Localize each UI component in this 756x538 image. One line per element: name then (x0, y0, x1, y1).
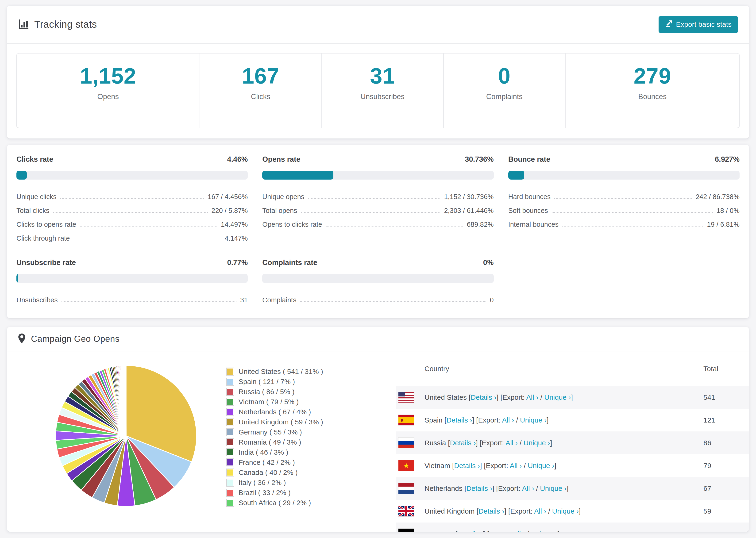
unsubscribe-rate-progressbar (17, 274, 248, 283)
export-all-link[interactable]: All › (534, 507, 546, 515)
details-link[interactable]: Details › (466, 484, 492, 492)
country-total: 55 (703, 530, 711, 532)
country-column-header: Country (424, 365, 449, 373)
flag-united-kingdom (399, 506, 414, 516)
stat-row: Total clicks220 / 5.87% (17, 204, 248, 218)
complaints-rate-panel: Complaints rate 0% Complaints0 (262, 258, 494, 307)
legend-swatch (226, 428, 234, 436)
stat-card-clicks: 167 Clicks (199, 54, 321, 128)
bounce-rate-value: 6.927% (715, 155, 739, 164)
stat-card-bounces: 279 Bounces (565, 54, 739, 128)
rates-card: Clicks rate 4.46% Unique clicks167 / 4.4… (7, 145, 749, 318)
total-column-header: Total (703, 365, 718, 373)
complaints-rate-title: Complaints rate (262, 258, 317, 267)
legend-swatch (226, 489, 234, 497)
legend-swatch (226, 499, 234, 507)
table-row: Russia [Details ›] [Export: All › / Uniq… (396, 431, 749, 454)
export-all-link[interactable]: All › (522, 484, 534, 492)
details-link[interactable]: Details › (458, 530, 483, 532)
complaints-rate-progressbar (262, 274, 494, 283)
stat-row: Internal bounces19 / 6.81% (508, 218, 739, 232)
legend-swatch (226, 378, 234, 386)
clicks-rate-progressbar (17, 171, 248, 180)
clicks-rate-panel: Clicks rate 4.46% Unique clicks167 / 4.4… (17, 155, 248, 245)
geo-pie-chart (53, 363, 199, 509)
legend-item: Italy ( 36 / 2% ) (226, 477, 323, 488)
bar-chart-icon (18, 18, 29, 30)
details-link[interactable]: Details › (446, 416, 472, 424)
country-total: 67 (703, 484, 711, 493)
rates-grid: Clicks rate 4.46% Unique clicks167 / 4.4… (7, 145, 749, 316)
legend-item: South Africa ( 29 / 2% ) (226, 498, 323, 508)
legend-item: Brazil ( 33 / 2% ) (226, 488, 323, 498)
legend-item: Romania ( 49 / 3% ) (226, 437, 323, 447)
export-button-label: Export basic stats (676, 21, 731, 28)
export-unique-link[interactable]: Unique › (544, 394, 571, 401)
clicks-label: Clicks (251, 92, 270, 101)
flag-germany (399, 529, 414, 532)
legend-swatch (226, 368, 234, 376)
details-link[interactable]: Details › (450, 439, 476, 447)
export-all-link[interactable]: All › (502, 416, 514, 424)
export-all-link[interactable]: All › (526, 394, 539, 401)
flag-vietnam: ★ (399, 460, 414, 471)
bounce-rate-progressbar (508, 171, 739, 180)
legend-item: Spain ( 121 / 7% ) (226, 377, 323, 387)
details-link[interactable]: Details › (454, 462, 480, 469)
complaints-rate-value: 0% (483, 258, 494, 267)
table-row: United States [Details ›] [Export: All ›… (396, 386, 749, 409)
tracking-stats-header: Tracking stats Export basic stats (7, 6, 749, 44)
export-unique-link[interactable]: Unique › (528, 462, 554, 469)
complaints-label: Complaints (486, 92, 523, 101)
stat-row: Soft bounces18 / 0% (508, 204, 739, 218)
bounces-count: 279 (634, 63, 671, 89)
table-row: ★ Vietnam [Details ›] [Export: All › / U… (396, 454, 749, 477)
details-link[interactable]: Details › (478, 507, 504, 515)
details-link[interactable]: Details › (471, 394, 497, 401)
stat-card-opens: 1,152 Opens (17, 54, 199, 128)
export-unique-link[interactable]: Unique › (520, 416, 547, 424)
country-total: 86 (703, 439, 711, 447)
geo-section-title: Campaign Geo Opens (31, 334, 120, 344)
legend-item: Germany ( 55 / 3% ) (226, 427, 323, 437)
export-unique-link[interactable]: Unique › (531, 530, 558, 532)
export-all-link[interactable]: All › (513, 530, 525, 532)
export-all-link[interactable]: All › (506, 439, 518, 447)
legend-swatch (226, 418, 234, 426)
stat-row: Unsubscribes31 (17, 293, 248, 307)
opens-rate-title: Opens rate (262, 155, 300, 164)
export-unique-link[interactable]: Unique › (523, 439, 550, 447)
legend-item: Canada ( 40 / 2% ) (226, 467, 323, 477)
legend-swatch (226, 398, 234, 406)
legend-item: Russia ( 86 / 5% ) (226, 387, 323, 397)
flag-spain (399, 415, 414, 425)
geo-header: Campaign Geo Opens (7, 327, 749, 351)
legend-item: United States ( 541 / 31% ) (226, 366, 323, 377)
export-unique-link[interactable]: Unique › (540, 484, 567, 492)
stat-card-complaints: 0 Complaints (443, 54, 565, 128)
export-unique-link[interactable]: Unique › (552, 507, 579, 515)
legend-swatch (226, 468, 234, 476)
unsubscribes-count: 31 (370, 63, 395, 89)
stat-row: Opens to clicks rate689.82% (262, 218, 494, 232)
table-row: Spain [Details ›] [Export: All › / Uniqu… (396, 409, 749, 431)
clicks-rate-title: Clicks rate (17, 155, 53, 164)
stat-row: Clicks to opens rate14.497% (17, 218, 248, 232)
country-total: 541 (703, 394, 715, 402)
export-icon (665, 20, 673, 29)
map-pin-icon (18, 333, 26, 345)
clicks-count: 167 (242, 63, 279, 89)
table-row: United Kingdom [Details ›] [Export: All … (396, 500, 749, 522)
legend-item: India ( 46 / 3% ) (226, 447, 323, 457)
stat-row: Complaints0 (262, 293, 494, 307)
export-basic-stats-button[interactable]: Export basic stats (659, 16, 738, 33)
table-row: Netherlands [Details ›] [Export: All › /… (396, 477, 749, 500)
unsubscribes-label: Unsubscribes (360, 92, 405, 101)
geo-pie-legend: United States ( 541 / 31% ) Spain ( 121 … (226, 366, 323, 508)
export-all-link[interactable]: All › (510, 462, 522, 469)
country-total: 79 (703, 462, 711, 470)
summary-stats-box: 1,152 Opens 167 Clicks 31 Unsubscribes 0… (16, 53, 740, 128)
geo-body: United States ( 541 / 31% ) Spain ( 121 … (7, 351, 749, 531)
unsubscribe-rate-title: Unsubscribe rate (17, 258, 76, 267)
stat-row: Total opens2,303 / 61.446% (262, 204, 494, 218)
